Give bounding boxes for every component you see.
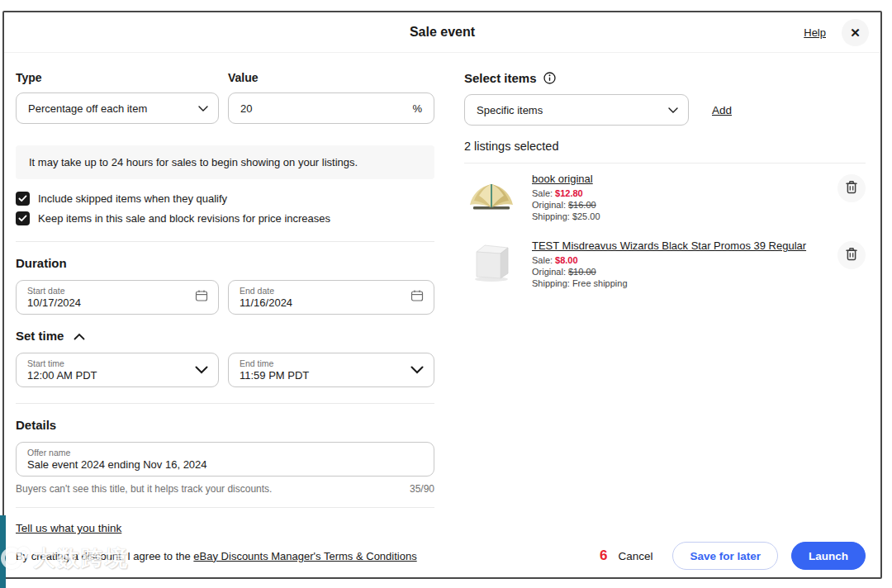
shipping-label: Shipping: bbox=[532, 278, 570, 288]
character-counter: 35/90 bbox=[410, 483, 434, 495]
offer-name-field[interactable]: Offer name Sale event 2024 ending Nov 16… bbox=[16, 442, 434, 477]
value-input[interactable]: 20 % bbox=[228, 92, 434, 124]
chevron-up-icon bbox=[74, 329, 85, 343]
save-for-later-button[interactable]: Save for later bbox=[672, 542, 778, 570]
listing-row: book original Sale:$12.80 Original:$16.0… bbox=[464, 164, 866, 230]
value-label: Value bbox=[228, 71, 434, 84]
dialog-header: Sale event Help ✕ bbox=[4, 12, 880, 53]
right-column: Select items Specific items Add 2 listin… bbox=[464, 71, 866, 535]
listing-thumbnail bbox=[464, 238, 519, 289]
chevron-down-icon bbox=[410, 363, 424, 377]
type-label: Type bbox=[16, 71, 219, 84]
calendar-icon[interactable] bbox=[195, 289, 208, 306]
open-book-image bbox=[467, 178, 515, 216]
start-date-field[interactable]: Start date 10/17/2024 bbox=[16, 280, 219, 315]
feedback-link[interactable]: Tell us what you think bbox=[16, 522, 121, 534]
start-time-value: 12:00 AM PDT bbox=[27, 369, 187, 382]
type-select[interactable]: Percentage off each item bbox=[16, 92, 219, 124]
percent-suffix: % bbox=[412, 102, 422, 115]
section-divider bbox=[16, 403, 434, 404]
shipping-label: Shipping: bbox=[532, 211, 570, 221]
agreement-prefix: By creating a discount, I agree to the bbox=[16, 550, 193, 562]
offer-name-label: Offer name bbox=[27, 448, 423, 458]
listing-row: TEST Misdreavus Wizards Black Star Promo… bbox=[464, 230, 866, 297]
items-scope-value: Specific items bbox=[477, 104, 543, 116]
shipping-value: Free shipping bbox=[572, 278, 628, 288]
duration-heading: Duration bbox=[16, 256, 434, 270]
sale-label: Sale: bbox=[532, 255, 553, 265]
help-link[interactable]: Help bbox=[804, 26, 826, 39]
sales-delay-notice: It may take up to 24 hours for sales to … bbox=[16, 145, 434, 179]
selected-count: 2 listings selected bbox=[464, 140, 866, 153]
type-select-value: Percentage off each item bbox=[28, 102, 147, 115]
page: Sale event Help ✕ Type Percentage off ea… bbox=[0, 0, 892, 588]
dialog-footer: By creating a discount, I agree to the e… bbox=[16, 542, 866, 570]
sale-label: Sale: bbox=[532, 188, 553, 198]
trash-icon bbox=[845, 247, 858, 263]
trash-icon bbox=[845, 180, 858, 197]
terms-link[interactable]: eBay Discounts Manager's Terms & Conditi… bbox=[193, 550, 416, 562]
end-time-label: End time bbox=[240, 358, 402, 369]
listing-title-link[interactable]: TEST Misdreavus Wizards Black Star Promo… bbox=[532, 239, 806, 252]
start-time-select[interactable]: Start time 12:00 AM PDT bbox=[16, 353, 219, 387]
chevron-down-icon bbox=[198, 102, 208, 115]
sale-price: $12.80 bbox=[555, 188, 583, 198]
offer-name-value: Sale event 2024 ending Nov 16, 2024 bbox=[27, 458, 423, 471]
keep-items-checkbox[interactable]: Keep items in this sale and block revisi… bbox=[16, 211, 434, 225]
white-box-image bbox=[471, 240, 512, 287]
end-time-select[interactable]: End time 11:59 PM PDT bbox=[228, 353, 434, 387]
chevron-down-icon bbox=[195, 363, 208, 377]
dialog-title: Sale event bbox=[410, 25, 475, 40]
end-date-value: 11/16/2024 bbox=[240, 296, 402, 309]
checkbox-label: Keep items in this sale and block revisi… bbox=[38, 212, 330, 225]
shipping-value: $25.00 bbox=[572, 211, 600, 221]
original-label: Original: bbox=[532, 267, 566, 277]
annotation-step-number: 6 bbox=[600, 548, 607, 564]
start-date-value: 10/17/2024 bbox=[27, 296, 187, 309]
listing-thumbnail bbox=[464, 171, 519, 222]
add-items-link[interactable]: Add bbox=[712, 104, 732, 116]
end-date-field[interactable]: End date 11/16/2024 bbox=[228, 280, 434, 315]
start-date-label: Start date bbox=[27, 286, 187, 296]
chevron-down-icon bbox=[668, 104, 678, 116]
checkbox-checked-icon bbox=[16, 192, 30, 206]
section-divider bbox=[16, 241, 434, 242]
end-time-value: 11:59 PM PDT bbox=[240, 369, 402, 382]
info-icon[interactable] bbox=[543, 72, 556, 84]
agreement-text: By creating a discount, I agree to the e… bbox=[16, 550, 417, 562]
page-edge-strip bbox=[0, 515, 6, 588]
items-scope-select[interactable]: Specific items bbox=[464, 94, 689, 126]
original-label: Original: bbox=[532, 200, 566, 210]
close-icon: ✕ bbox=[850, 26, 861, 40]
listing-title-link[interactable]: book original bbox=[532, 173, 593, 185]
set-time-heading-text: Set time bbox=[16, 329, 64, 343]
checkbox-label: Include skipped items when they qualify bbox=[38, 192, 227, 205]
include-skipped-checkbox[interactable]: Include skipped items when they qualify bbox=[16, 192, 434, 206]
end-date-label: End date bbox=[240, 286, 402, 296]
sale-event-dialog: Sale event Help ✕ Type Percentage off ea… bbox=[2, 11, 882, 579]
value-input-text: 20 bbox=[240, 102, 252, 115]
left-column: Type Percentage off each item Value 20 bbox=[16, 71, 434, 535]
offer-name-helper-text: Buyers can't see this title, but it help… bbox=[16, 483, 272, 495]
original-price: $16.00 bbox=[568, 200, 596, 210]
dialog-body: Type Percentage off each item Value 20 bbox=[4, 53, 880, 535]
original-price: $10.00 bbox=[568, 267, 596, 277]
checkbox-checked-icon bbox=[16, 211, 30, 225]
start-time-label: Start time bbox=[27, 358, 187, 369]
checkbox-group: Include skipped items when they qualify … bbox=[16, 192, 434, 225]
close-button[interactable]: ✕ bbox=[842, 19, 869, 46]
launch-button[interactable]: Launch bbox=[791, 542, 866, 570]
section-divider bbox=[16, 507, 434, 508]
select-items-heading: Select items bbox=[464, 71, 537, 85]
calendar-icon[interactable] bbox=[410, 289, 424, 306]
delete-listing-button[interactable] bbox=[837, 241, 866, 269]
details-heading: Details bbox=[16, 418, 434, 432]
sale-price: $8.00 bbox=[555, 255, 578, 265]
set-time-heading[interactable]: Set time bbox=[16, 329, 434, 343]
cancel-button[interactable]: Cancel bbox=[618, 550, 652, 562]
delete-listing-button[interactable] bbox=[837, 174, 866, 202]
